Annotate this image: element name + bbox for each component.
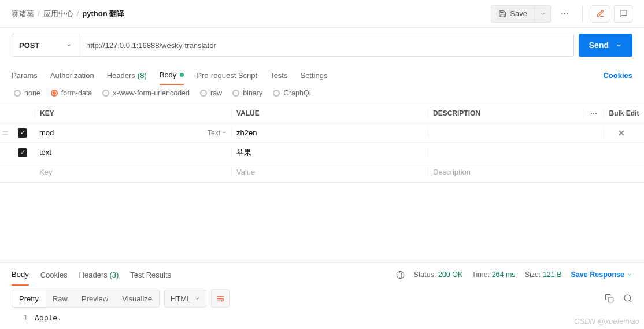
response-content[interactable]: Apple.	[35, 313, 632, 322]
svg-point-2	[567, 13, 568, 14]
search-icon[interactable]	[623, 294, 632, 303]
cookies-link[interactable]: Cookies	[603, 71, 632, 80]
svg-line-14	[630, 300, 631, 302]
tab-headers-count: (8)	[138, 71, 147, 80]
method-select[interactable]: POST	[12, 34, 79, 56]
chevron-down-icon	[616, 42, 622, 49]
view-raw[interactable]: Raw	[46, 290, 75, 307]
body-type-binary[interactable]: binary	[232, 89, 262, 97]
body-type-label: raw	[210, 89, 222, 97]
delete-row-icon[interactable]: ✕	[618, 128, 625, 138]
tab-authorization[interactable]: Authorization	[50, 66, 94, 84]
drag-handle-icon[interactable]	[0, 130, 10, 136]
tab-body-label: Body	[160, 71, 177, 79]
tab-prerequest[interactable]: Pre-request Script	[197, 66, 257, 84]
key-input[interactable]	[39, 148, 231, 157]
column-key: KEY	[35, 109, 231, 117]
time-label: Time: 264 ms	[472, 271, 515, 279]
body-type-label: form-data	[61, 89, 92, 97]
body-type-label: GraphQL	[283, 89, 313, 97]
comment-icon[interactable]	[614, 5, 632, 23]
response-tab-headers[interactable]: Headers (3)	[79, 265, 119, 285]
body-type-raw[interactable]: raw	[200, 89, 222, 97]
line-number: 1	[12, 313, 35, 322]
table-row-new	[0, 162, 644, 182]
more-options-icon[interactable]	[556, 5, 574, 23]
body-type-label: x-www-form-urlencoded	[113, 89, 190, 97]
row-checkbox[interactable]: ✓	[18, 128, 27, 138]
response-tab-cookies[interactable]: Cookies	[40, 265, 68, 285]
value-input[interactable]	[236, 168, 428, 176]
separator	[582, 6, 583, 22]
method-label: POST	[19, 41, 39, 50]
watermark: CSDN @xuefeiniao	[574, 317, 639, 326]
bulk-edit-link[interactable]: Bulk Edit	[604, 109, 644, 117]
tab-body[interactable]: Body	[160, 66, 184, 85]
body-modified-dot	[180, 73, 184, 77]
globe-icon[interactable]	[396, 271, 405, 279]
svg-point-1	[564, 13, 565, 14]
type-select[interactable]: Text	[208, 129, 227, 137]
save-label: Save	[510, 9, 527, 18]
svg-point-0	[561, 13, 562, 14]
svg-rect-12	[608, 297, 613, 302]
body-type-formdata[interactable]: form-data	[51, 89, 92, 97]
chevron-down-icon	[66, 42, 72, 48]
breadcrumb-sep: /	[38, 9, 40, 18]
description-input[interactable]	[433, 148, 583, 157]
row-checkbox[interactable]: ✓	[18, 148, 27, 157]
column-more-icon[interactable]	[583, 109, 604, 117]
description-input[interactable]	[433, 128, 583, 137]
save-dropdown[interactable]	[535, 5, 551, 23]
save-icon	[498, 10, 506, 18]
breadcrumb-item[interactable]: 应用中心	[43, 9, 73, 19]
edit-icon[interactable]	[591, 5, 609, 23]
breadcrumb: 赛诸葛 / 应用中心 / python 翻译	[12, 9, 124, 19]
svg-point-4	[593, 113, 594, 114]
wrap-lines-icon[interactable]	[211, 289, 230, 308]
breadcrumb-item[interactable]: 赛诸葛	[12, 9, 34, 19]
description-input[interactable]	[433, 168, 583, 176]
response-tab-body[interactable]: Body	[12, 264, 29, 286]
copy-icon[interactable]	[605, 294, 614, 303]
value-input[interactable]	[236, 128, 428, 137]
tab-headers-label: Headers	[107, 71, 135, 80]
key-input[interactable]	[39, 168, 231, 176]
tab-params[interactable]: Params	[12, 66, 38, 84]
save-button[interactable]: Save	[491, 5, 535, 23]
svg-point-3	[590, 113, 591, 114]
tab-settings[interactable]: Settings	[300, 66, 327, 84]
body-type-label: binary	[243, 89, 262, 97]
response-tab-tests[interactable]: Test Results	[130, 265, 171, 285]
format-label: HTML	[171, 294, 191, 303]
response-tab-headers-label: Headers	[79, 271, 108, 279]
table-row: ✓	[0, 143, 644, 162]
save-response-button[interactable]: Save Response	[571, 271, 632, 279]
body-type-label: none	[24, 89, 40, 97]
column-description: DESCRIPTION	[428, 109, 583, 117]
body-type-none[interactable]: none	[14, 89, 40, 97]
breadcrumb-current: python 翻译	[82, 9, 124, 19]
send-label: Send	[589, 40, 609, 50]
view-visualize[interactable]: Visualize	[115, 290, 159, 307]
status-label: Status: 200 OK	[414, 271, 463, 279]
tab-headers[interactable]: Headers (8)	[107, 66, 147, 84]
send-button[interactable]: Send	[579, 34, 632, 57]
svg-point-5	[595, 113, 597, 114]
breadcrumb-sep: /	[77, 9, 79, 18]
value-input[interactable]	[236, 148, 428, 157]
column-value: VALUE	[231, 109, 428, 117]
table-row: ✓ Text ✕	[0, 123, 644, 143]
response-headers-count: (3)	[109, 271, 119, 279]
key-input[interactable]	[39, 128, 208, 137]
view-preview[interactable]: Preview	[75, 290, 115, 307]
url-input[interactable]	[79, 34, 573, 56]
view-pretty[interactable]: Pretty	[12, 290, 46, 307]
body-type-graphql[interactable]: GraphQL	[273, 89, 313, 97]
body-type-xwww[interactable]: x-www-form-urlencoded	[102, 89, 190, 97]
tab-tests[interactable]: Tests	[270, 66, 287, 84]
size-label: Size: 121 B	[525, 271, 562, 279]
format-select[interactable]: HTML	[164, 290, 206, 308]
svg-point-13	[624, 295, 631, 301]
